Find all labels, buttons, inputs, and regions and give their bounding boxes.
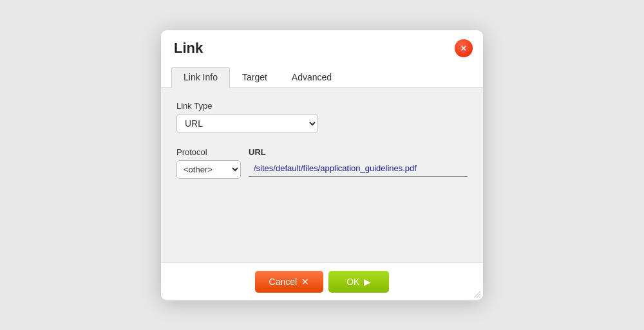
ok-icon: ▶ <box>364 277 371 287</box>
link-type-group: Link Type URL Link to anchor in the text… <box>176 101 468 133</box>
tab-target[interactable]: Target <box>230 67 279 88</box>
link-dialog: Link × Link Info Target Advanced Link Ty… <box>161 30 483 300</box>
url-group: URL <box>249 147 468 177</box>
tabs-bar: Link Info Target Advanced <box>161 60 483 88</box>
dialog-title: Link <box>174 40 203 57</box>
resize-handle[interactable] <box>471 289 480 298</box>
protocol-label: Protocol <box>176 147 241 157</box>
protocol-url-row: Protocol http:// https:// ftp:// ftps://… <box>176 147 468 179</box>
tab-link-info[interactable]: Link Info <box>171 67 230 88</box>
link-type-label: Link Type <box>176 101 468 111</box>
dialog-footer: Cancel ✕ OK ▶ <box>161 262 483 300</box>
cancel-icon: ✕ <box>301 277 309 287</box>
protocol-select[interactable]: http:// https:// ftp:// ftps:// <other> <box>176 160 241 179</box>
link-type-select[interactable]: URL Link to anchor in the text E-mail <box>176 114 318 133</box>
protocol-group: Protocol http:// https:// ftp:// ftps://… <box>176 147 241 179</box>
close-button[interactable]: × <box>455 39 473 57</box>
tab-advanced[interactable]: Advanced <box>279 67 344 88</box>
ok-button[interactable]: OK ▶ <box>328 271 389 293</box>
url-input[interactable] <box>249 160 468 177</box>
url-label: URL <box>249 147 468 157</box>
dialog-body: Link Type URL Link to anchor in the text… <box>161 88 483 262</box>
svg-line-2 <box>479 297 480 298</box>
dialog-header: Link × <box>161 30 483 57</box>
ok-label: OK <box>346 277 359 287</box>
cancel-label: Cancel <box>269 277 298 287</box>
cancel-button[interactable]: Cancel ✕ <box>255 271 324 293</box>
